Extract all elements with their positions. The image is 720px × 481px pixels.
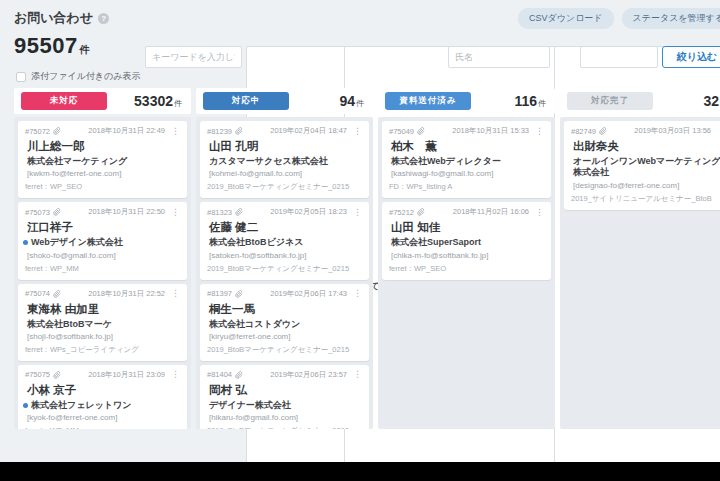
date-input[interactable] [580,46,658,68]
kebab-menu-icon[interactable]: ⋮ [353,289,362,298]
help-icon[interactable]: ? [98,13,109,24]
kanban-column: 対応中 94 件 #81239 2019年02月04日 18:47 ⋮ 山田 孔… [196,88,373,429]
name-filter [448,46,550,68]
card-id: #75072 [25,127,50,136]
unread-dot [23,403,28,408]
card-email: [kyok-fo@ferret-one.com] [27,413,180,422]
card-person-name: 東海林 由加里 [27,302,180,317]
card-meta-row: #75074 2018年10月31日 22:52 ⋮ [25,289,180,299]
card-email: [kohmei-fo@gmail.fo.com] [209,169,362,178]
inquiry-card[interactable]: #81397 2019年02月06日 17:43 ⋮ 桐生一馬 株式会社コストダ… [200,284,369,361]
kebab-menu-icon[interactable]: ⋮ [171,370,180,379]
paperclip-icon [53,290,61,298]
inquiry-card[interactable]: #81404 2019年02月06日 23:57 ⋮ 岡村 弘 デザイナー株式会… [200,365,369,429]
card-date: 2018年10月31日 22:50 [88,207,165,217]
apply-filter: 絞り込む [662,46,720,68]
card-company: 株式会社BtoBビジネス [209,237,303,248]
column-count-unit: 件 [356,98,364,109]
kebab-menu-icon[interactable]: ⋮ [353,127,362,136]
card-campaign-tag: ferret：WP_MM [25,264,180,274]
apply-filter-button[interactable]: 絞り込む [662,46,720,68]
card-id: #75073 [25,208,50,217]
inquiry-card[interactable]: #75075 2018年10月31日 23:09 ⋮ 小林 京子 株式会社フェレ… [18,365,187,429]
card-id: #81397 [207,289,232,298]
card-email: [kiryu@ferret-one.com] [209,332,362,341]
status-pill[interactable]: 対応完了 [567,92,653,110]
kanban-column: 資料送付済み 116 件 #75049 2018年10月31日 15:33 ⋮ … [378,88,555,429]
card-person-name: 出財奈央 [573,139,720,154]
kebab-menu-icon[interactable]: ⋮ [535,208,544,217]
attachment-filter[interactable]: 添付ファイル付きのみ表示 [16,70,140,83]
card-id: #81323 [207,208,232,217]
card-person-name: 岡村 弘 [209,383,362,398]
inquiry-card[interactable]: #75212 2018年11月02日 16:06 ⋮ 山田 知佳 株式会社Sup… [382,202,551,279]
csv-download-button[interactable]: CSVダウンロード [518,8,614,29]
card-id: #75212 [389,208,414,217]
column-count-number: 53302 [134,93,173,109]
total-count: 95507 件 [14,33,90,59]
total-count-number: 95507 [14,33,78,59]
column-count: 94 件 [339,93,364,109]
card-company-row: Webデザイン株式会社 [27,237,180,248]
card-email: [hikaru-fo@gmail.fo.com] [209,413,362,422]
card-email: [satoken-fo@softbank.fo.jp] [209,251,362,260]
manage-status-button[interactable]: ステータスを管理する [622,8,720,29]
card-company: オールインワンWebマーケティング株式会社 [573,156,720,179]
kebab-menu-icon[interactable]: ⋮ [535,127,544,136]
inquiry-card[interactable]: #75072 2018年10月31日 22:49 ⋮ 川上総一郎 株式会社マーケ… [18,121,187,198]
status-pill[interactable]: 未対応 [21,92,107,110]
kebab-menu-icon[interactable]: ⋮ [171,208,180,217]
card-company: 株式会社SuperSaport [391,237,481,248]
inquiry-card[interactable]: #75073 2018年10月31日 22:50 ⋮ 江口祥子 Webデザイン株… [18,202,187,279]
card-person-name: 小林 京子 [27,383,180,398]
status-pill[interactable]: 資料送付済み [385,92,471,110]
card-meta-row: #75212 2018年11月02日 16:06 ⋮ [389,207,544,217]
paperclip-icon [53,127,61,135]
card-id: #75075 [25,370,50,379]
total-count-unit: 件 [80,43,90,57]
card-campaign-tag: ferret：WPs_コピーライティング [25,345,180,355]
card-meta-row: #75049 2018年10月31日 15:33 ⋮ [389,126,544,136]
card-id: #75074 [25,289,50,298]
card-company: 株式会社コストダウン [209,319,300,330]
kebab-menu-icon[interactable]: ⋮ [171,289,180,298]
card-company-row: カスタマーサクセス株式会社 [209,156,362,167]
card-campaign-tag: 2019_サイトリニューアルセミナー_BtoB [571,194,720,204]
card-meta-row: #75072 2018年10月31日 22:49 ⋮ [25,126,180,136]
card-person-name: 柏木 薫 [391,139,544,154]
status-pill[interactable]: 対応中 [203,92,289,110]
paperclip-icon [599,127,607,135]
card-company: 株式会社BtoBマーケ [27,319,112,330]
kebab-menu-icon[interactable]: ⋮ [353,208,362,217]
attachment-checkbox[interactable] [16,72,26,82]
keyword-input[interactable] [145,46,242,68]
card-id: #75049 [389,127,414,136]
card-email: [kwkm-fo@ferret-one.com] [27,169,180,178]
card-person-name: 佐藤 健二 [209,220,362,235]
inquiry-card[interactable]: #81323 2019年02月05日 18:23 ⋮ 佐藤 健二 株式会社Bto… [200,202,369,279]
kebab-menu-icon[interactable]: ⋮ [353,370,362,379]
card-list: #75072 2018年10月31日 22:49 ⋮ 川上総一郎 株式会社マーケ… [14,117,191,429]
card-campaign-tag: 2019_BtoBマーケティングセミナー_0215 [207,426,362,429]
paperclip-icon [417,208,425,216]
card-date: 2018年10月31日 23:09 [88,370,165,380]
card-campaign-tag: 2019_BtoBマーケティングセミナー_0215 [207,182,362,192]
card-company: デザイナー株式会社 [209,400,291,411]
inquiry-card[interactable]: #75074 2018年10月31日 22:52 ⋮ 東海林 由加里 株式会社B… [18,284,187,361]
card-campaign-tag: ferret：WP_MM [25,426,180,429]
card-id: #81404 [207,370,232,379]
card-list: #82749 2019年03月03日 13:56 ⋮ 出財奈央 オールインワンW… [560,117,720,429]
keyword-filter [145,46,242,68]
kebab-menu-icon[interactable]: ⋮ [171,127,180,136]
card-meta-row: #75075 2018年10月31日 23:09 ⋮ [25,370,180,380]
card-email: [chika-m-fo@softbank.fo.jp] [391,251,544,260]
column-header: 未対応 53302 件 [14,88,191,114]
card-campaign-tag: ferret：WP_SEO [389,264,544,274]
inquiry-card[interactable]: #75049 2018年10月31日 15:33 ⋮ 柏木 薫 株式会社Webデ… [382,121,551,198]
inquiry-card[interactable]: #82749 2019年03月03日 13:56 ⋮ 出財奈央 オールインワンW… [564,121,720,210]
card-meta-row: #82749 2019年03月03日 13:56 ⋮ [571,126,720,136]
inquiry-card[interactable]: #81239 2019年02月04日 18:47 ⋮ 山田 孔明 カスタマーサク… [200,121,369,198]
card-person-name: 江口祥子 [27,220,180,235]
name-input[interactable] [448,46,550,68]
attachment-checkbox-label: 添付ファイル付きのみ表示 [31,70,140,83]
